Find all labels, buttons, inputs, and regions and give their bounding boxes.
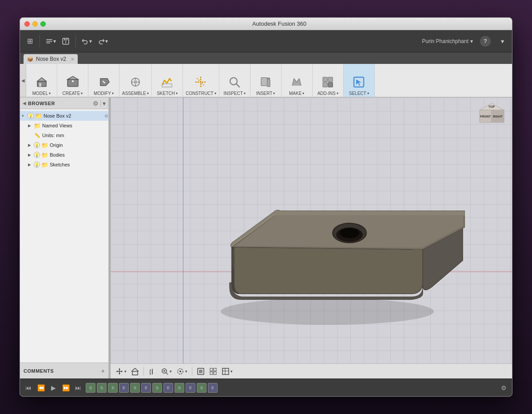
minimize-button[interactable] [32,21,38,27]
browser-collapse-right-button[interactable]: ▾ [103,100,106,107]
tree-arrow-root: ▾ [22,114,26,118]
move-camera-button[interactable]: ▾ [114,366,128,377]
make-label: MAKE ▾ [289,91,304,96]
display-settings-button[interactable] [195,366,206,377]
apps-grid-icon[interactable]: ⊞ [24,35,36,47]
notifications-icon[interactable]: ▾ [496,35,508,47]
viewport[interactable]: TOP FRONT RIGHT [111,98,512,379]
tree-label-root: Nose Box v2 [44,113,103,118]
svg-rect-1 [37,81,46,87]
comments-title: COMMENTS [24,368,99,374]
zoom-in-button[interactable]: ▾ [159,366,173,377]
tab-close-button[interactable]: ✕ [71,57,74,62]
visibility-toggle-origin[interactable]: 💡 [34,142,40,148]
zoom-fit-button[interactable]: ▾ [175,366,189,377]
folder-icon-origin: 📁 [41,142,48,149]
tree-arrow-named-views: ▶ [28,123,32,128]
timeline-item-9[interactable]: E [186,383,195,393]
save-button[interactable] [60,35,72,47]
assemble-label: ASSEMBLE ▾ [122,91,149,96]
timeline-item-8[interactable]: S [175,383,184,393]
svg-rect-49 [214,372,216,375]
ribbon-group-model[interactable]: MODEL ▾ [26,64,57,97]
title-bar: Autodesk Fusion 360 [20,18,512,30]
footer-timeline: ⏮ ⏪ ▶ ⏩ ⏭ S S S E S E S E S E S E ⚙ [20,379,512,396]
timeline-item-11[interactable]: E [208,383,218,393]
ribbon-group-inspect[interactable]: INSPECT ▾ [219,64,250,97]
undo-button[interactable]: ▾ [79,35,94,47]
timeline-item-7[interactable]: E [163,383,173,393]
open-button[interactable]: ▾ [44,35,58,47]
comments-add-button[interactable]: + [101,367,105,375]
tree-arrow-origin: ▶ [28,143,32,147]
timeline-play[interactable]: ▶ [48,383,58,393]
tree-settings-icon[interactable]: ⚙ [104,114,108,118]
ribbon-group-construct[interactable]: CONSTRUCT ▾ [183,64,219,97]
visibility-toggle-sketches[interactable]: 💡 [34,162,40,168]
svg-text:RIGHT: RIGHT [493,115,503,118]
select-label: SELECT ▾ [349,91,369,96]
pan-button[interactable] [147,366,158,377]
traffic-lights [24,21,46,27]
svg-marker-5 [67,76,78,79]
browser-options-button[interactable]: ⚙ [93,100,99,107]
ribbon-group-select[interactable]: SELECT ▾ [344,64,375,97]
timeline-next[interactable]: ⏩ [61,383,71,393]
ribbon-group-assemble[interactable]: ASSEMBLE ▾ [119,64,152,97]
visibility-toggle-bodies[interactable]: 💡 [34,152,40,158]
browser-collapse-button[interactable]: ◀ [23,101,26,106]
ribbon-group-sketch[interactable]: SKETCH ▾ [152,64,183,97]
model-label: MODEL ▾ [32,91,51,96]
ribbon-group-insert[interactable]: INSERT ▾ [250,64,282,97]
user-area[interactable]: Purin Phanichphant ▾ [422,38,473,44]
ribbon-group-make[interactable]: MAKE ▾ [282,64,313,97]
visibility-toggle-root[interactable]: 💡 [28,113,34,119]
redo-button[interactable]: ▾ [95,35,110,47]
bottom-sep-2 [192,367,192,376]
timeline-skip-start[interactable]: ⏮ [24,383,33,393]
tree-item-origin[interactable]: ▶ 💡 📁 Origin [20,140,108,150]
main-area: ◀ BROWSER ⚙ ▾ ▾ 💡 📁 Nose Box v2 ⚙ [20,98,512,379]
svg-rect-37 [132,371,138,375]
timeline-item-2[interactable]: S [108,383,118,393]
close-button[interactable] [24,21,30,27]
svg-marker-2 [37,78,46,81]
home-view-button[interactable] [130,366,140,377]
timeline-item-10[interactable]: S [197,383,206,393]
grid-visibility-button[interactable]: ▾ [220,366,234,377]
timeline-settings-icon[interactable]: ⚙ [499,383,508,393]
tree-item-units[interactable]: 📏 Units: mm [20,130,108,140]
left-panel: ◀ BROWSER ⚙ ▾ ▾ 💡 📁 Nose Box v2 ⚙ [20,98,109,379]
ribbon-group-create[interactable]: CREATE ▾ [57,64,88,97]
timeline-item-3[interactable]: E [119,383,129,393]
insert-icon [258,74,274,90]
tree-item-root[interactable]: ▾ 💡 📁 Nose Box v2 ⚙ [20,111,108,121]
timeline-skip-end[interactable]: ⏭ [73,383,83,393]
timeline-item-1[interactable]: S [97,383,107,393]
viewcube[interactable]: TOP FRONT RIGHT [475,101,508,134]
maximize-button[interactable] [40,21,46,27]
timeline-item-5[interactable]: E [141,383,151,393]
create-label: CREATE ▾ [63,91,83,96]
timeline-item-4[interactable]: S [130,383,140,393]
modify-icon [96,74,112,90]
tree-item-sketches[interactable]: ▶ 💡 📁 Sketches [20,160,108,170]
grid-settings-button[interactable] [208,366,218,377]
comments-panel: COMMENTS + [20,363,108,379]
timeline-item-0[interactable]: S [86,383,95,393]
svg-rect-48 [210,372,213,375]
document-tab[interactable]: 📦 Nose Box v2 ✕ [24,54,78,64]
ribbon-group-addins[interactable]: ADD-INS ▾ [313,64,344,97]
bottom-sep-1 [143,367,144,376]
timeline-track: S S S E S E S E S E S E [86,382,496,394]
timeline-item-6[interactable]: S [152,383,162,393]
timeline-prev[interactable]: ⏪ [36,383,46,393]
tree-item-named-views[interactable]: ▶ 📁 Named Views [20,121,108,130]
toolbar-separator-1 [40,35,40,48]
tree-item-bodies[interactable]: ▶ 💡 📁 Bodies [20,150,108,160]
help-button[interactable]: ? [480,36,491,47]
tree-arrow-sketches: ▶ [28,162,32,167]
addins-icon [320,74,336,90]
ribbon-collapse-button[interactable]: ◀ [20,64,26,97]
ribbon-group-modify[interactable]: MODIFY ▾ [88,64,119,97]
